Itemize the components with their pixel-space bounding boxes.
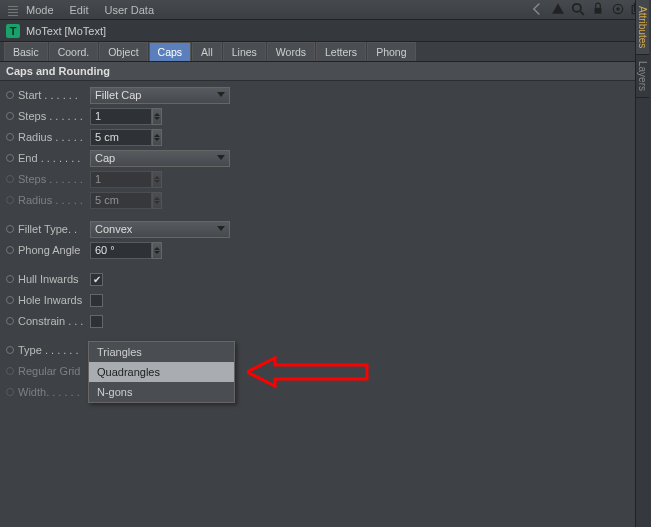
lock-icon[interactable]	[591, 2, 605, 18]
bullet-icon[interactable]	[6, 154, 14, 162]
spinner-steps[interactable]	[152, 108, 162, 125]
row-hole-inwards: Hole Inwards	[6, 290, 645, 310]
label-end: End . . . . . . .	[18, 152, 90, 164]
group-header: Caps and Rounding	[0, 62, 651, 81]
bullet-icon	[6, 367, 14, 375]
select-fillet[interactable]: Convex	[90, 221, 230, 238]
input-radius-d: 5 cm	[90, 192, 152, 209]
tab-object[interactable]: Object	[99, 42, 147, 61]
tab-coord[interactable]: Coord.	[49, 42, 99, 61]
label-steps: Steps . . . . . .	[18, 110, 90, 122]
search-icon[interactable]	[571, 2, 585, 18]
row-steps-disabled: Steps . . . . . . 1	[6, 169, 645, 189]
bullet-icon	[6, 175, 14, 183]
check-hull[interactable]: ✔	[90, 273, 103, 286]
bullet-icon[interactable]	[6, 317, 14, 325]
label-regular: Regular Grid	[18, 365, 90, 377]
label-steps-d: Steps . . . . . .	[18, 173, 90, 185]
menu-mode[interactable]: Mode	[26, 4, 54, 16]
svg-line-1	[580, 11, 584, 15]
tab-lines[interactable]: Lines	[223, 42, 266, 61]
option-quadrangles[interactable]: Quadrangles	[89, 362, 234, 382]
side-tab-layers[interactable]: Layers	[636, 55, 649, 98]
target-icon[interactable]	[611, 2, 625, 18]
input-radius[interactable]: 5 cm	[90, 129, 152, 146]
input-steps-d: 1	[90, 171, 152, 188]
chevron-down-icon	[217, 155, 225, 160]
label-type: Type . . . . . .	[18, 344, 90, 356]
svg-point-0	[573, 3, 581, 11]
bullet-icon[interactable]	[6, 246, 14, 254]
label-hole: Hole Inwards	[18, 294, 90, 306]
label-constrain: Constrain . . .	[18, 315, 90, 327]
row-constrain: Constrain . . .	[6, 311, 645, 331]
select-start[interactable]: Fillet Cap	[90, 87, 230, 104]
label-start: Start . . . . . .	[18, 89, 90, 101]
option-triangles[interactable]: Triangles	[89, 342, 234, 362]
tab-all[interactable]: All	[192, 42, 222, 61]
row-start: Start . . . . . . Fillet Cap	[6, 85, 645, 105]
row-steps: Steps . . . . . . 1	[6, 106, 645, 126]
bullet-icon[interactable]	[6, 112, 14, 120]
label-width: Width. . . . . .	[18, 386, 90, 398]
tab-caps[interactable]: Caps	[149, 42, 192, 61]
type-dropdown[interactable]: Triangles Quadrangles N-gons	[88, 341, 235, 403]
row-fillet-type: Fillet Type. . Convex	[6, 219, 645, 239]
menu-bar: Mode Edit User Data	[0, 0, 651, 20]
bullet-icon[interactable]	[6, 91, 14, 99]
row-radius: Radius . . . . . 5 cm	[6, 127, 645, 147]
select-end[interactable]: Cap	[90, 150, 230, 167]
bullet-icon[interactable]	[6, 346, 14, 354]
nav-back-icon[interactable]	[531, 2, 545, 18]
row-hull-inwards: Hull Inwards ✔	[6, 269, 645, 289]
tab-basic[interactable]: Basic	[4, 42, 48, 61]
row-radius-disabled: Radius . . . . . 5 cm	[6, 190, 645, 210]
menu-edit[interactable]: Edit	[70, 4, 89, 16]
object-title: MoText [MoText]	[26, 25, 106, 37]
option-ngons[interactable]: N-gons	[89, 382, 234, 402]
bullet-icon[interactable]	[6, 225, 14, 233]
chevron-down-icon	[217, 226, 225, 231]
bullet-icon[interactable]	[6, 296, 14, 304]
object-header: T MoText [MoText]	[0, 20, 651, 42]
row-end: End . . . . . . . Cap	[6, 148, 645, 168]
label-radius-d: Radius . . . . .	[18, 194, 90, 206]
bullet-icon[interactable]	[6, 133, 14, 141]
tab-bar: Basic Coord. Object Caps All Lines Words…	[0, 42, 651, 62]
label-fillet: Fillet Type. .	[18, 223, 90, 235]
drag-handle-icon[interactable]	[8, 4, 18, 16]
input-steps[interactable]: 1	[90, 108, 152, 125]
bullet-icon	[6, 388, 14, 396]
row-phong-angle: Phong Angle 60 °	[6, 240, 645, 260]
nav-up-icon[interactable]	[551, 2, 565, 18]
spinner-steps-d	[152, 171, 162, 188]
spinner-radius-d	[152, 192, 162, 209]
tab-words[interactable]: Words	[267, 42, 315, 61]
label-phong: Phong Angle	[18, 244, 90, 256]
check-hole[interactable]	[90, 294, 103, 307]
bullet-icon	[6, 196, 14, 204]
tab-phong[interactable]: Phong	[367, 42, 415, 61]
svg-rect-2	[595, 7, 602, 13]
side-tab-attributes[interactable]: Attributes	[636, 0, 649, 55]
menu-userdata[interactable]: User Data	[105, 4, 155, 16]
label-radius: Radius . . . . .	[18, 131, 90, 143]
svg-point-4	[616, 7, 620, 11]
chevron-down-icon	[217, 92, 225, 97]
check-constrain[interactable]	[90, 315, 103, 328]
bullet-icon[interactable]	[6, 275, 14, 283]
label-hull: Hull Inwards	[18, 273, 90, 285]
input-phong[interactable]: 60 °	[90, 242, 152, 259]
spinner-phong[interactable]	[152, 242, 162, 259]
motext-icon: T	[6, 24, 20, 38]
tab-letters[interactable]: Letters	[316, 42, 366, 61]
spinner-radius[interactable]	[152, 129, 162, 146]
side-tab-bar: Attributes Layers	[635, 0, 651, 527]
